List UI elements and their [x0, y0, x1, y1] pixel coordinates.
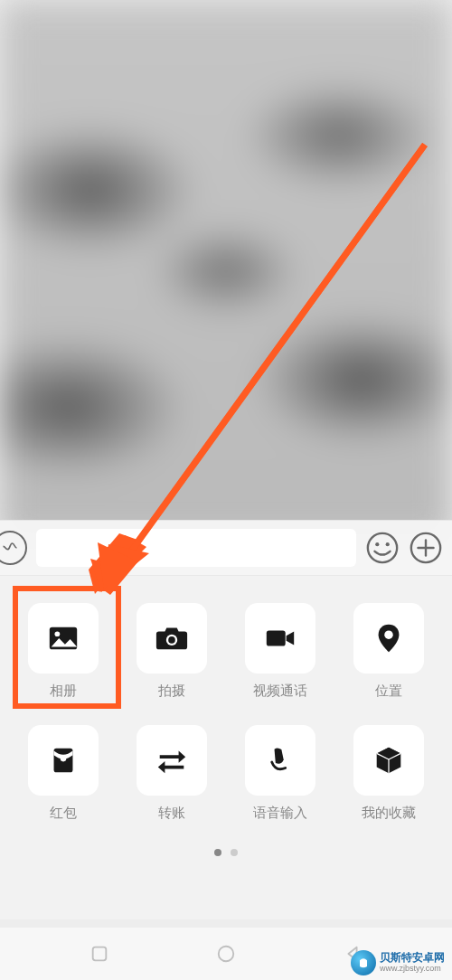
icon-box	[137, 725, 207, 796]
svg-point-1	[375, 542, 379, 546]
watermark-text: 贝斯特安卓网 www.zjbstyy.com	[380, 952, 445, 973]
svg-point-11	[384, 630, 393, 639]
location-icon	[372, 621, 406, 655]
message-input[interactable]	[36, 529, 356, 567]
panel-item-album[interactable]: 相册	[28, 603, 99, 700]
svg-point-2	[386, 542, 390, 546]
icon-box	[28, 725, 99, 796]
sound-wave-icon	[1, 539, 19, 557]
panel-item-label: 视频通话	[253, 683, 307, 700]
transfer-icon	[155, 743, 189, 777]
chat-background	[0, 0, 452, 542]
page-dot	[231, 849, 238, 856]
panel-item-label: 红包	[50, 805, 77, 822]
emoji-button[interactable]	[365, 531, 400, 565]
svg-point-0	[368, 533, 397, 562]
icon-box	[245, 603, 315, 674]
icon-box	[245, 725, 315, 796]
mic-icon	[263, 743, 297, 777]
photo-icon	[46, 621, 80, 655]
svg-point-9	[168, 636, 175, 644]
plus-icon	[409, 531, 443, 565]
voice-mode-button[interactable]	[0, 531, 27, 565]
panel-item-label: 相册	[50, 683, 77, 700]
panel-item-label: 语音输入	[253, 805, 307, 822]
videocam-icon	[263, 621, 297, 655]
smile-icon	[365, 531, 400, 565]
page-indicator	[13, 849, 439, 856]
android-icon	[356, 956, 371, 970]
icon-box	[28, 603, 99, 674]
panel-item-voiceinput[interactable]: 语音输入	[245, 725, 315, 822]
svg-rect-17	[93, 947, 107, 961]
panel-item-label: 拍摄	[158, 683, 185, 700]
panel-item-camera[interactable]: 拍摄	[137, 603, 207, 700]
panel-item-label: 位置	[375, 683, 402, 700]
watermark: 贝斯特安卓网 www.zjbstyy.com	[351, 950, 445, 975]
svg-rect-10	[267, 630, 286, 645]
home-button[interactable]	[216, 944, 236, 964]
panel-item-favorites[interactable]: 我的收藏	[353, 725, 424, 822]
camera-icon	[155, 621, 189, 655]
attachment-panel: 相册 拍摄 视频通话	[0, 576, 452, 919]
svg-point-7	[55, 631, 61, 636]
icon-box	[353, 725, 424, 796]
watermark-logo	[351, 950, 376, 975]
panel-item-transfer[interactable]: 转账	[137, 725, 207, 822]
input-bar	[0, 520, 452, 576]
recents-button[interactable]	[89, 944, 109, 964]
panel-item-label: 转账	[158, 805, 185, 822]
icon-box	[353, 603, 424, 674]
svg-point-18	[219, 947, 234, 962]
panel-item-videocall[interactable]: 视频通话	[245, 603, 315, 700]
svg-point-13	[61, 756, 67, 762]
icon-box	[137, 603, 207, 674]
page-dot-active	[214, 849, 221, 856]
attachment-grid: 相册 拍摄 视频通话	[13, 603, 439, 822]
more-button[interactable]	[409, 531, 443, 565]
redpacket-icon	[46, 743, 80, 777]
cube-icon	[372, 743, 406, 777]
panel-item-redpacket[interactable]: 红包	[28, 725, 99, 822]
panel-item-label: 我的收藏	[362, 805, 416, 822]
panel-item-location[interactable]: 位置	[353, 603, 424, 700]
